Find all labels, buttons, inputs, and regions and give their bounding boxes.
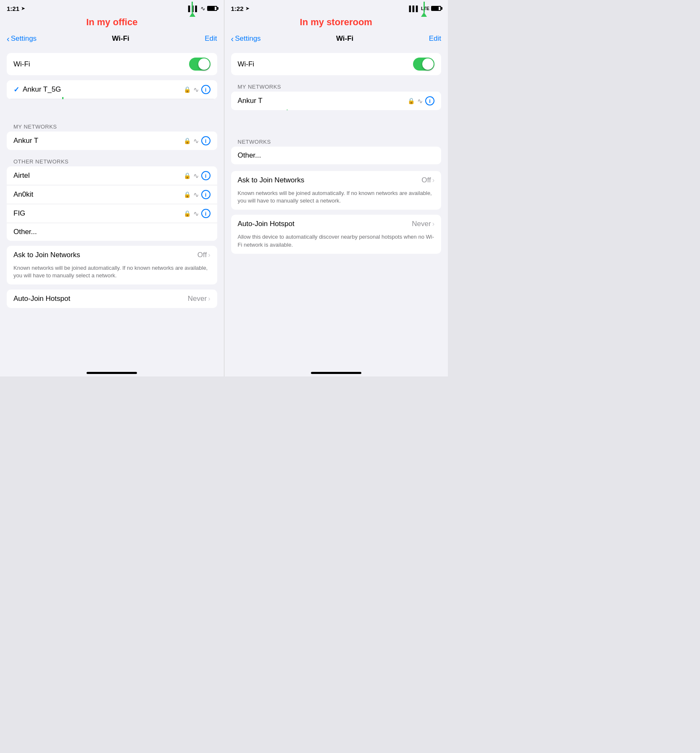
networks-card-right: Other...	[231, 147, 442, 164]
auto-join-desc-right: Allow this device to automatically disco…	[231, 233, 442, 253]
status-time-right: 1:22	[231, 5, 244, 12]
nav-title-left: Wi-Fi	[112, 34, 129, 43]
ask-join-chevron-left: ›	[208, 251, 210, 259]
auto-join-chevron-right: ›	[432, 220, 434, 228]
network-name-an0kit: An0kit	[13, 190, 33, 199]
left-phone-panel: 1:21 ➤ ▌▌▌ ∿ In my office ‹ Settings Wi-…	[0, 0, 224, 376]
network-name-airtel: Airtel	[13, 171, 30, 180]
info-btn-fig[interactable]: i	[201, 209, 211, 218]
other-network-row-airtel[interactable]: Airtel 🔒 ∿ i	[7, 166, 217, 185]
my-networks-card-left: Ankur T 🔒 ∿ i	[7, 132, 217, 150]
ask-join-label-right: Ask to Join Networks	[238, 176, 305, 184]
other-networks-header-left: OTHER NETWORKS	[7, 155, 217, 166]
networks-header-right: NETWORKS	[231, 135, 442, 147]
location-arrow-left: ➤	[21, 5, 25, 11]
home-indicator-right	[224, 366, 448, 376]
wifi-status-icon-left: ∿	[200, 5, 205, 12]
toggle-knob-right	[422, 58, 434, 70]
wifi-toggle-row-right: Wi-Fi	[231, 53, 442, 75]
other-networks-card-left: Airtel 🔒 ∿ i An0kit 🔒 ∿ i	[7, 166, 217, 241]
edit-button-right[interactable]: Edit	[429, 34, 441, 43]
ask-join-card-right: Ask to Join Networks Off › Known network…	[231, 171, 442, 210]
content-left: Wi-Fi ✓ Ankur T_5G 🔒 ∿ i	[0, 48, 224, 366]
back-button-right[interactable]: ‹ Settings	[231, 34, 261, 44]
auto-join-value-left: Never ›	[188, 295, 211, 303]
location-title-right: In my storeroom	[224, 16, 448, 28]
status-bar-right: 1:22 ➤ ▌▌▌ LTE	[224, 0, 448, 15]
back-label-left: Settings	[11, 34, 37, 43]
my-network-row-left[interactable]: Ankur T 🔒 ∿ i	[7, 132, 217, 150]
auto-join-chevron-left: ›	[208, 295, 210, 303]
info-btn-an0kit[interactable]: i	[201, 190, 211, 199]
nav-bar-left: ‹ Settings Wi-Fi Edit	[0, 29, 224, 48]
connected-network-card-left: ✓ Ankur T_5G 🔒 ∿ i 5GHz	[7, 80, 217, 99]
location-arrow-right: ➤	[245, 5, 250, 11]
toggle-knob-left	[198, 58, 210, 70]
connected-network-row-left[interactable]: ✓ Ankur T_5G 🔒 ∿ i	[7, 80, 217, 99]
connected-network-name-left: Ankur T_5G	[23, 85, 61, 94]
other-network-row-other[interactable]: Other...	[7, 223, 217, 241]
wifi-label-right: Wi-Fi	[238, 60, 255, 68]
status-time-left: 1:21	[7, 5, 19, 12]
battery-icon-right	[431, 6, 441, 11]
my-net-icons-left: 🔒 ∿ i	[184, 136, 211, 145]
lock-icon-my-left: 🔒	[184, 137, 191, 144]
wifi-toggle-card-left: Wi-Fi	[7, 53, 217, 75]
auto-join-label-left: Auto-Join Hotspot	[13, 295, 70, 303]
wifi-label-left: Wi-Fi	[13, 60, 30, 68]
signal-icon-right: ▌▌▌	[409, 5, 419, 12]
network-row-other-right[interactable]: Other...	[231, 147, 442, 164]
battery-icon-left	[207, 6, 217, 11]
auto-join-card-right: Auto-Join Hotspot Never › Allow this dev…	[231, 215, 442, 253]
checkmark-left: ✓	[13, 85, 19, 94]
wifi-toggle-card-right: Wi-Fi	[231, 53, 442, 75]
ask-join-desc-right: Known networks will be joined automatica…	[231, 190, 442, 210]
auto-join-value-right: Never ›	[412, 220, 434, 228]
content-right: Wi-Fi MY NETWORKS Ankur T 🔒 ∿ i	[224, 48, 448, 366]
ask-join-value-left: Off ›	[197, 251, 211, 259]
auto-join-card-left: Auto-Join Hotspot Never ›	[7, 290, 217, 308]
other-network-row-fig[interactable]: FIG 🔒 ∿ i	[7, 204, 217, 223]
ask-join-label-left: Ask to Join Networks	[13, 251, 80, 259]
back-chevron-left: ‹	[7, 34, 10, 44]
edit-button-left[interactable]: Edit	[205, 34, 217, 43]
back-chevron-right: ‹	[231, 34, 234, 44]
info-btn-my-right[interactable]: i	[425, 96, 434, 105]
ask-join-row-right[interactable]: Ask to Join Networks Off ›	[231, 171, 442, 190]
network-name-other-right: Other...	[238, 151, 261, 160]
auto-join-row-right[interactable]: Auto-Join Hotspot Never ›	[231, 215, 442, 233]
info-btn-airtel[interactable]: i	[201, 171, 211, 180]
nav-bar-right: ‹ Settings Wi-Fi Edit	[224, 29, 448, 48]
info-btn-connected-left[interactable]: i	[201, 85, 211, 94]
my-net-icons-right: 🔒 ∿ i	[408, 96, 434, 105]
my-network-name-left: Ankur T	[13, 137, 38, 145]
location-title-left: In my office	[0, 16, 224, 28]
auto-join-row-left[interactable]: Auto-Join Hotspot Never ›	[7, 290, 217, 308]
net-icons-airtel: 🔒 ∿ i	[184, 171, 211, 180]
ask-join-chevron-right: ›	[432, 176, 434, 184]
my-network-row-right[interactable]: Ankur T 🔒 ∿ i	[231, 92, 442, 110]
auto-join-label-right: Auto-Join Hotspot	[238, 220, 295, 228]
my-network-name-right: Ankur T	[238, 97, 263, 105]
net-icons-an0kit: 🔒 ∿ i	[184, 190, 211, 199]
wifi-toggle-left[interactable]	[189, 58, 211, 71]
wifi-icon-my-left: ∿	[193, 137, 199, 145]
home-bar-right	[311, 372, 361, 374]
wifi-icon-left: ∿	[193, 86, 199, 94]
connected-net-icons-left: 🔒 ∿ i	[184, 85, 211, 94]
wifi-toggle-right[interactable]	[413, 58, 434, 71]
network-name-other: Other...	[13, 228, 37, 236]
ask-join-row-left[interactable]: Ask to Join Networks Off ›	[7, 246, 217, 264]
nav-title-right: Wi-Fi	[336, 34, 353, 43]
home-bar-left	[87, 372, 137, 374]
connected-label-left: ✓ Ankur T_5G	[13, 85, 61, 94]
back-button-left[interactable]: ‹ Settings	[7, 34, 37, 44]
info-btn-my-left[interactable]: i	[201, 136, 211, 145]
my-networks-card-right: Ankur T 🔒 ∿ i 2.4GHz	[231, 92, 442, 110]
other-network-row-an0kit[interactable]: An0kit 🔒 ∿ i	[7, 185, 217, 204]
my-networks-header-left: MY NETWORKS	[7, 120, 217, 132]
my-networks-header-right: MY NETWORKS	[231, 80, 442, 92]
ask-join-card-left: Ask to Join Networks Off › Known network…	[7, 246, 217, 284]
lock-icon-left: 🔒	[184, 86, 191, 93]
home-indicator-left	[0, 366, 224, 376]
